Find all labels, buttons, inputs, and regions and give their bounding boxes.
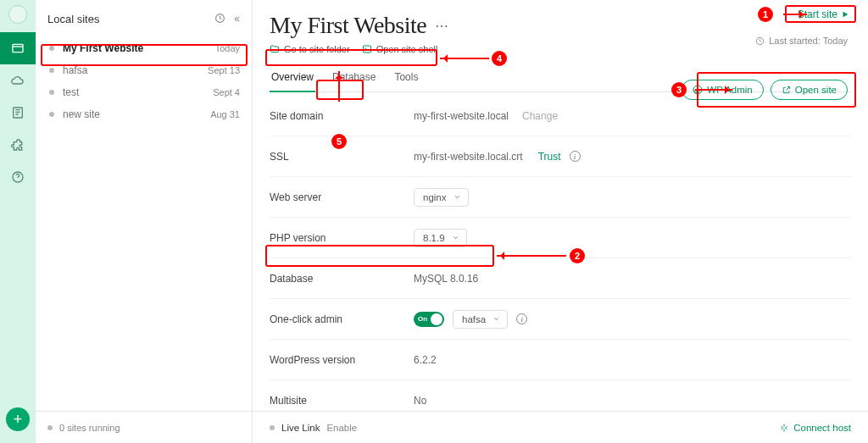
- add-site-button[interactable]: +: [6, 407, 30, 431]
- sidebar-footer: 0 sites running: [36, 411, 252, 443]
- site-name: hafsa: [63, 64, 87, 76]
- status-dot: [49, 46, 54, 51]
- sidebar: Local sites « My First Website Today haf…: [36, 0, 253, 443]
- info-icon[interactable]: i: [516, 313, 527, 324]
- status-dot: [270, 425, 275, 430]
- open-site-shell-link[interactable]: Open site shell: [362, 44, 438, 54]
- site-list: My First Website Today hafsa Sept 13 tes…: [36, 37, 252, 411]
- svg-rect-5: [363, 46, 370, 53]
- site-row[interactable]: My First Website Today: [41, 37, 247, 59]
- multisite-label: Multisite: [270, 395, 414, 407]
- rail-item-cloud[interactable]: [0, 64, 36, 97]
- tab-database[interactable]: Database: [331, 71, 377, 91]
- site-menu-button[interactable]: ⋯: [435, 18, 449, 34]
- open-site-button[interactable]: Open site: [771, 80, 848, 100]
- one-click-admin-toggle[interactable]: On: [414, 312, 444, 327]
- site-date: Sept 4: [213, 87, 240, 97]
- rail-item-help[interactable]: [0, 161, 36, 193]
- site-name: My First Website: [63, 42, 143, 54]
- terminal-icon: [362, 44, 372, 54]
- status-dot: [49, 112, 54, 117]
- php-label: PHP version: [270, 232, 414, 244]
- site-row[interactable]: hafsa Sept 13: [41, 59, 247, 81]
- rail-item-sites[interactable]: [0, 32, 36, 64]
- site-row[interactable]: test Sept 4: [41, 81, 247, 103]
- ssl-label: SSL: [270, 151, 414, 163]
- running-status: 0 sites running: [59, 423, 120, 433]
- one-click-admin-user-select[interactable]: hafsa: [453, 310, 508, 329]
- site-domain-label: Site domain: [270, 110, 414, 122]
- site-row[interactable]: new site Aug 31: [41, 103, 247, 125]
- live-link-enable[interactable]: Enable: [326, 423, 357, 433]
- site-name: test: [63, 86, 79, 98]
- site-title: My First Website: [270, 12, 426, 39]
- external-link-icon: [782, 86, 791, 95]
- start-site-button[interactable]: Start site: [798, 8, 849, 20]
- live-link-label: Live Link: [281, 423, 320, 433]
- go-to-site-folder-link[interactable]: Go to site folder: [270, 44, 350, 54]
- wp-version-label: WordPress version: [270, 354, 414, 366]
- sidebar-title: Local sites: [47, 13, 99, 25]
- clock-icon[interactable]: [214, 13, 225, 25]
- database-value: MySQL 8.0.16: [414, 273, 478, 285]
- chevron-down-icon: [452, 234, 459, 241]
- chevron-down-icon: [492, 315, 500, 323]
- site-date: Sept 13: [208, 65, 240, 75]
- status-dot: [49, 90, 54, 95]
- svg-rect-0: [13, 44, 23, 52]
- avatar[interactable]: [8, 5, 27, 24]
- php-version-select[interactable]: 8.1.9: [414, 229, 467, 247]
- webserver-select[interactable]: nginx: [414, 188, 469, 207]
- chevron-down-icon: [453, 193, 461, 201]
- site-date: Today: [215, 43, 240, 53]
- info-icon[interactable]: i: [570, 151, 581, 162]
- tab-tools[interactable]: Tools: [392, 71, 420, 91]
- site-name: new site: [63, 108, 100, 120]
- main-panel: Start site Last started: Today My First …: [253, 0, 868, 443]
- status-dot: [49, 68, 54, 73]
- database-label: Database: [270, 273, 414, 285]
- connect-icon: [779, 423, 789, 433]
- ssl-value: my-first-website.local.crt: [414, 151, 523, 163]
- one-click-admin-label: One-click admin: [270, 313, 414, 325]
- wp-admin-button[interactable]: WP Admin: [682, 80, 763, 100]
- multisite-value: No: [414, 395, 426, 407]
- folder-icon: [270, 44, 280, 54]
- collapse-icon[interactable]: «: [234, 13, 240, 25]
- overview-panel: Site domain my-first-website.local Chang…: [253, 92, 868, 411]
- tab-overview[interactable]: Overview: [270, 71, 315, 91]
- wp-version-value: 6.2.2: [414, 354, 437, 366]
- wordpress-icon: [693, 85, 703, 95]
- connect-host-button[interactable]: Connect host: [779, 423, 851, 433]
- status-dot: [47, 425, 53, 430]
- webserver-label: Web server: [270, 191, 414, 203]
- site-domain-value: my-first-website.local: [414, 110, 509, 122]
- icon-rail: +: [0, 0, 36, 443]
- last-started: Last started: Today: [755, 36, 848, 46]
- rail-item-extensions[interactable]: [0, 129, 36, 161]
- play-icon: [841, 10, 849, 19]
- ssl-trust-link[interactable]: Trust: [538, 151, 561, 163]
- site-date: Aug 31: [210, 109, 240, 119]
- clock-icon: [755, 36, 765, 46]
- change-domain-link[interactable]: Change: [522, 110, 558, 122]
- rail-item-blueprint[interactable]: [0, 97, 36, 129]
